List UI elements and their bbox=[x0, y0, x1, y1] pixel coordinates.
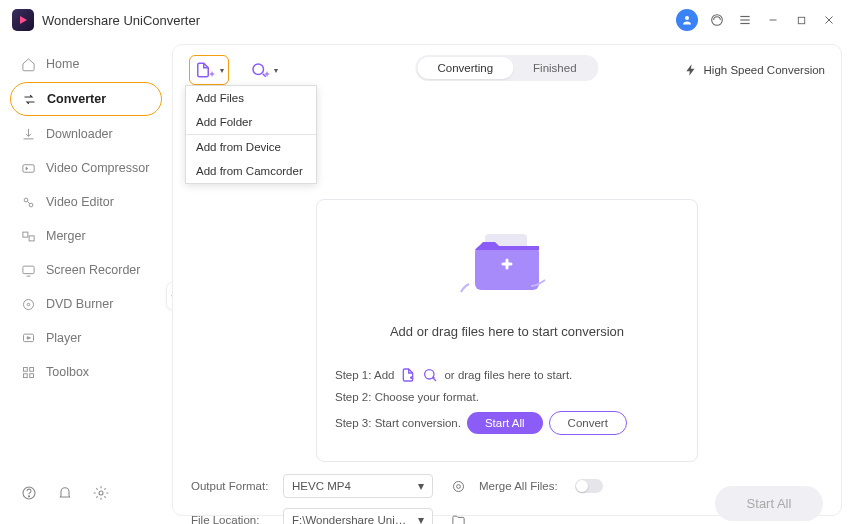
svg-rect-18 bbox=[23, 367, 27, 371]
sidebar-item-merger[interactable]: Merger bbox=[10, 220, 162, 252]
step1-suffix: or drag files here to start. bbox=[444, 369, 572, 381]
menu-icon[interactable] bbox=[736, 11, 754, 29]
titlebar: Wondershare UniConverter bbox=[0, 0, 850, 40]
folder-illustration bbox=[447, 228, 567, 306]
high-speed-label: High Speed Conversion bbox=[704, 64, 825, 76]
editor-icon bbox=[20, 194, 36, 210]
sidebar-item-label: Home bbox=[46, 57, 79, 71]
chevron-down-icon: ▾ bbox=[418, 479, 424, 493]
maximize-button[interactable] bbox=[792, 11, 810, 29]
support-icon[interactable] bbox=[708, 11, 726, 29]
sidebar-item-label: DVD Burner bbox=[46, 297, 113, 311]
output-settings-icon[interactable] bbox=[449, 477, 467, 495]
open-folder-icon[interactable] bbox=[449, 511, 467, 524]
file-location-value: F:\Wondershare UniConverter bbox=[292, 514, 412, 524]
close-button[interactable] bbox=[820, 11, 838, 29]
merger-icon bbox=[20, 228, 36, 244]
tab-converting[interactable]: Converting bbox=[417, 57, 513, 79]
step-2: Step 2: Choose your format. bbox=[335, 391, 679, 403]
sidebar-item-label: Screen Recorder bbox=[46, 263, 141, 277]
convert-pill-button[interactable]: Convert bbox=[549, 411, 627, 435]
svg-point-0 bbox=[685, 16, 689, 20]
high-speed-toggle[interactable]: High Speed Conversion bbox=[684, 63, 825, 77]
drop-zone[interactable]: Add or drag files here to start conversi… bbox=[316, 199, 698, 462]
sidebar-item-player[interactable]: Player bbox=[10, 322, 162, 354]
add-from-source-button[interactable]: ▾ bbox=[247, 55, 281, 85]
converter-icon bbox=[21, 91, 37, 107]
start-all-button[interactable]: Start All bbox=[715, 486, 823, 521]
dropdown-add-folder[interactable]: Add Folder bbox=[186, 110, 316, 134]
svg-rect-20 bbox=[23, 373, 27, 377]
sidebar-item-home[interactable]: Home bbox=[10, 48, 162, 80]
sidebar-item-label: Merger bbox=[46, 229, 86, 243]
output-format-value: HEVC MP4 bbox=[292, 480, 351, 492]
merge-toggle[interactable] bbox=[575, 479, 603, 493]
merge-label: Merge All Files: bbox=[479, 480, 569, 492]
chevron-down-icon: ▾ bbox=[274, 66, 278, 75]
file-add-icon bbox=[400, 367, 416, 383]
player-icon bbox=[20, 330, 36, 346]
sidebar-item-label: Player bbox=[46, 331, 81, 345]
svg-point-29 bbox=[456, 484, 460, 488]
add-files-button[interactable]: ▾ bbox=[189, 55, 229, 85]
svg-point-30 bbox=[453, 481, 463, 491]
sidebar-item-compressor[interactable]: Video Compressor bbox=[10, 152, 162, 184]
sidebar: Home Converter Downloader Video Compress… bbox=[0, 40, 172, 524]
bottom-bar: Output Format: HEVC MP4 ▾ Merge All File… bbox=[173, 462, 841, 524]
step-3: Step 3: Start conversion. Start All Conv… bbox=[335, 411, 679, 435]
sidebar-item-downloader[interactable]: Downloader bbox=[10, 118, 162, 150]
start-all-pill-button[interactable]: Start All bbox=[467, 412, 543, 434]
svg-point-23 bbox=[28, 496, 29, 497]
file-location-label: File Location: bbox=[191, 514, 277, 524]
toolbox-icon bbox=[20, 364, 36, 380]
output-format-select[interactable]: HEVC MP4 ▾ bbox=[283, 474, 433, 498]
drop-zone-heading: Add or drag files here to start conversi… bbox=[335, 324, 679, 339]
settings-icon[interactable] bbox=[92, 484, 110, 502]
sidebar-item-label: Converter bbox=[47, 92, 106, 106]
disc-add-icon bbox=[422, 367, 438, 383]
user-avatar-icon[interactable] bbox=[676, 9, 698, 31]
minimize-button[interactable] bbox=[764, 11, 782, 29]
svg-rect-21 bbox=[29, 373, 33, 377]
step1-prefix: Step 1: Add bbox=[335, 369, 394, 381]
home-icon bbox=[20, 56, 36, 72]
sidebar-item-dvd[interactable]: DVD Burner bbox=[10, 288, 162, 320]
help-icon[interactable] bbox=[20, 484, 38, 502]
svg-rect-12 bbox=[22, 232, 27, 237]
file-location-select[interactable]: F:\Wondershare UniConverter ▾ bbox=[283, 508, 433, 524]
dropdown-add-files[interactable]: Add Files bbox=[186, 86, 316, 110]
chevron-down-icon: ▾ bbox=[220, 66, 224, 75]
svg-point-25 bbox=[253, 64, 264, 75]
sidebar-item-label: Toolbox bbox=[46, 365, 89, 379]
output-format-label: Output Format: bbox=[191, 480, 277, 492]
recorder-icon bbox=[20, 262, 36, 278]
dropdown-add-device[interactable]: Add from Device bbox=[186, 135, 316, 159]
svg-rect-14 bbox=[22, 266, 33, 274]
step-1: Step 1: Add or drag files here to start. bbox=[335, 367, 679, 383]
sidebar-item-label: Downloader bbox=[46, 127, 113, 141]
svg-point-24 bbox=[99, 491, 103, 495]
svg-rect-19 bbox=[29, 367, 33, 371]
app-logo-group: Wondershare UniConverter bbox=[12, 9, 200, 31]
step3-text: Step 3: Start conversion. bbox=[335, 417, 461, 429]
sidebar-item-recorder[interactable]: Screen Recorder bbox=[10, 254, 162, 286]
svg-point-16 bbox=[27, 303, 30, 306]
sidebar-item-converter[interactable]: Converter bbox=[10, 82, 162, 116]
dropdown-add-camcorder[interactable]: Add from Camcorder bbox=[186, 159, 316, 183]
chevron-down-icon: ▾ bbox=[418, 513, 424, 524]
sidebar-item-label: Video Compressor bbox=[46, 161, 149, 175]
compressor-icon bbox=[20, 160, 36, 176]
notifications-icon[interactable] bbox=[56, 484, 74, 502]
sidebar-item-label: Video Editor bbox=[46, 195, 114, 209]
add-files-dropdown: Add Files Add Folder Add from Device Add… bbox=[185, 85, 317, 184]
svg-point-15 bbox=[23, 299, 33, 309]
tab-finished[interactable]: Finished bbox=[513, 57, 596, 79]
app-title: Wondershare UniConverter bbox=[42, 13, 200, 28]
sidebar-item-editor[interactable]: Video Editor bbox=[10, 186, 162, 218]
lightning-icon bbox=[684, 63, 698, 77]
svg-rect-6 bbox=[798, 17, 804, 23]
dvd-icon bbox=[20, 296, 36, 312]
app-logo-icon bbox=[12, 9, 34, 31]
sidebar-item-toolbox[interactable]: Toolbox bbox=[10, 356, 162, 388]
conversion-tabs: Converting Finished bbox=[415, 55, 598, 81]
